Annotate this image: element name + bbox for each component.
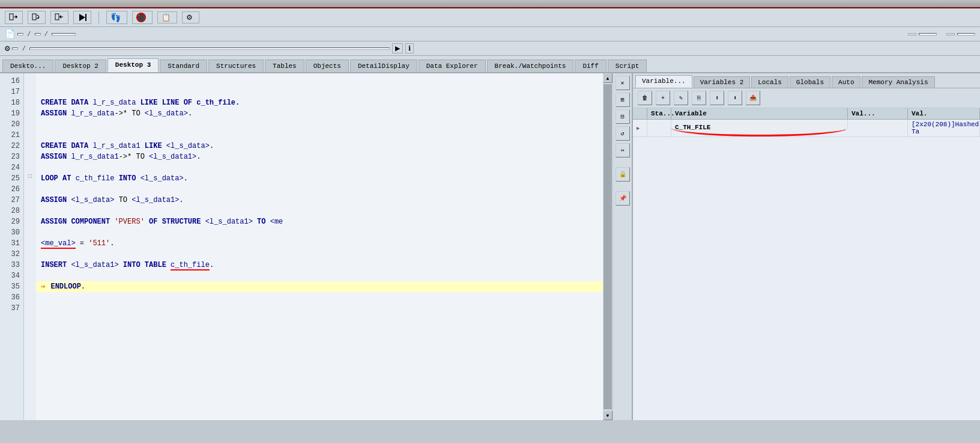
bp-30[interactable] (24, 225, 36, 236)
class2-field[interactable] (35, 33, 41, 35)
bp-16[interactable] (24, 73, 36, 84)
bp-19[interactable] (24, 106, 36, 117)
pin-button[interactable]: 📌 (616, 191, 630, 206)
sep2: / (43, 31, 50, 38)
col-variable: Variable (671, 108, 848, 119)
bp-21[interactable] (24, 127, 36, 138)
step-return-icon (55, 13, 64, 22)
bp-22[interactable] (24, 138, 36, 149)
split-button[interactable]: ⇔ (616, 143, 630, 157)
info-button[interactable]: ℹ (405, 43, 414, 53)
col-status: Sta... (647, 108, 671, 119)
bp-32[interactable] (24, 246, 36, 257)
line-num-26: 26 (0, 184, 23, 195)
bp-35[interactable] (24, 279, 36, 290)
move-down-button[interactable]: ⬇ (728, 91, 742, 105)
code-line-37 (36, 303, 603, 314)
right-tab-memory-analysis[interactable]: Memory Analysis (862, 76, 934, 88)
bp-26[interactable] (24, 182, 36, 192)
variables-table-body: ▶C_TH_FILE[2x20(208)]Hashed Ta (633, 120, 980, 420)
line-field[interactable] (52, 33, 76, 35)
tab-break--watchpoints[interactable]: Break./Watchpoints (487, 60, 574, 72)
line-num-29: 29 (0, 216, 23, 227)
tab-deskto---[interactable]: Deskto... (2, 60, 53, 72)
export-button[interactable]: 📤 (746, 91, 760, 105)
expand-arrow[interactable]: ▶ (637, 125, 640, 132)
tab-standard[interactable]: Standard (160, 60, 207, 72)
layout-button[interactable]: 📋 (157, 11, 177, 23)
edit-var-button[interactable]: ✎ (674, 91, 688, 105)
bp-34[interactable] (24, 268, 36, 279)
code-line-24 (36, 162, 603, 173)
step-into-button[interactable] (5, 11, 23, 24)
scroll-up-button[interactable]: ▲ (603, 73, 612, 83)
tab-detaildisplay[interactable]: DetailDisplay (350, 60, 417, 72)
line-num-23: 23 (0, 151, 23, 162)
expand-cell-0[interactable]: ▶ (633, 120, 647, 136)
step-into-icon (9, 13, 19, 22)
bp-37[interactable] (24, 301, 36, 311)
scroll-down-button[interactable]: ▼ (603, 411, 612, 420)
step-return-button[interactable] (50, 11, 68, 24)
val1-cell-0 (848, 120, 908, 136)
line-num-27: 27 (0, 195, 23, 206)
refresh-button[interactable]: ↺ (616, 126, 630, 141)
copy-var-button[interactable]: ⎘ (692, 91, 706, 105)
tab-data-explorer[interactable]: Data Explorer (419, 60, 486, 72)
sy-subrc-value (919, 33, 937, 35)
bp-36[interactable] (24, 290, 36, 301)
step-size-button[interactable]: 👣 (106, 11, 127, 24)
bp-29[interactable] (24, 214, 36, 225)
bp-20[interactable] (24, 117, 36, 127)
right-tab-locals[interactable]: Locals (751, 76, 788, 88)
bp-27[interactable] (24, 192, 36, 203)
variables-table-header: Sta... Variable Val... Val. (633, 108, 980, 120)
bp-17[interactable] (24, 84, 36, 95)
bp-31[interactable] (24, 236, 36, 246)
code-line-35: ⇒ ENDLOOP. (36, 281, 603, 292)
right-tab-variable---[interactable]: Variable... (635, 75, 692, 88)
delete-var-button[interactable]: 🗑 (638, 91, 652, 105)
bp-18[interactable] (24, 95, 36, 106)
continue-button[interactable] (73, 11, 91, 24)
bp-24[interactable] (24, 160, 36, 171)
tab-objects[interactable]: Objects (306, 60, 349, 72)
tab-desktop-2[interactable]: Desktop 2 (55, 60, 106, 72)
move-up-button[interactable]: ⬆ (710, 91, 724, 105)
right-tab-globals[interactable]: Globals (790, 76, 830, 88)
bp-33[interactable] (24, 257, 36, 268)
line-num-21: 21 (0, 130, 23, 141)
step-over-button[interactable] (28, 11, 46, 24)
method-sep: / (20, 45, 27, 52)
tab-tables[interactable]: Tables (265, 60, 304, 72)
bp-25[interactable]: □ (24, 171, 36, 182)
var-row-0[interactable]: ▶C_TH_FILE[2x20(208)]Hashed Ta (633, 120, 980, 137)
class1-field[interactable] (17, 33, 23, 35)
line-num-25: 25 (0, 173, 23, 184)
right-tab-variables-2[interactable]: Variables 2 (694, 76, 751, 88)
bp-28[interactable] (24, 203, 36, 214)
scroll-thumb[interactable] (603, 84, 612, 409)
tab-diff[interactable]: Diff (575, 60, 606, 72)
vertical-scrollbar[interactable]: ▲ ▼ (603, 73, 612, 420)
line-num-28: 28 (0, 206, 23, 216)
collapse-side-button[interactable]: ⊟ (616, 109, 630, 124)
current-line-arrow: ⇒ (41, 283, 45, 291)
tab-desktop-3[interactable]: Desktop 3 (107, 58, 159, 72)
add-var-button[interactable]: + (656, 91, 670, 105)
tab-structures[interactable]: Structures (208, 60, 264, 72)
expand-side-button[interactable]: ⊞ (616, 93, 630, 107)
watchpoint-button[interactable]: ⬛ (132, 11, 153, 24)
configure-button[interactable]: ⚙ (182, 11, 199, 23)
close-side-button[interactable]: ✕ (616, 76, 630, 90)
method-settings-icon: ⚙ (5, 43, 10, 53)
right-tab-auto[interactable]: Auto (832, 76, 861, 88)
bp-23[interactable] (24, 149, 36, 160)
code-line-23: ASSIGN l_r_s_data1->* TO <l_s_data1>. (36, 151, 603, 162)
tab-script[interactable]: Script (608, 60, 647, 72)
navigate-button[interactable]: ▶ (392, 43, 403, 53)
code-line-21 (36, 130, 603, 141)
lock-button[interactable]: 🔒 (616, 167, 630, 182)
code-line-34 (36, 270, 603, 281)
line-num-35: 35 (0, 281, 23, 292)
